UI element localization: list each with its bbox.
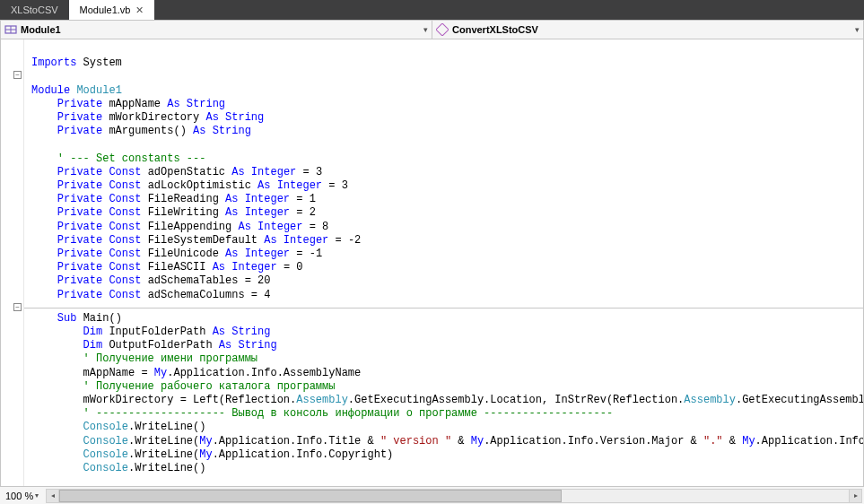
svg-rect-3: [436, 23, 449, 36]
tab-module1-vb[interactable]: Module1.vb✕: [69, 0, 155, 20]
code-token: .Application.Info.AssemblyName: [167, 367, 361, 379]
class-selector[interactable]: Module1 ▾: [1, 21, 432, 39]
code-token: Imports: [31, 56, 83, 69]
code-token: .Application.Info.Version.Major &: [484, 435, 703, 448]
code-token: Private: [57, 98, 109, 110]
code-token: As Integer: [238, 221, 309, 233]
code-token: .WriteLine(: [128, 448, 199, 461]
code-token: My: [471, 435, 484, 448]
code-token: Dim: [83, 326, 109, 338]
code-token: .GetExecutingAssembly.L: [736, 394, 863, 406]
code-token: ' --- Set constants ---: [57, 152, 206, 165]
code-token: As String: [213, 326, 271, 338]
code-token: .WriteLine(): [128, 462, 205, 474]
code-token: " version ": [380, 435, 451, 448]
chevron-down-icon: ▾: [423, 25, 428, 34]
code-token: Console: [83, 448, 128, 461]
code-token: .WriteLine(): [128, 421, 205, 433]
code-token: .WriteLine(: [128, 435, 199, 448]
code-token: adLockOptimistic: [148, 179, 257, 192]
code-token: As Integer: [225, 248, 296, 260]
code-token: Private Const: [57, 289, 148, 301]
code-token: As Integer: [213, 261, 284, 274]
code-token: Private Const: [57, 274, 148, 287]
code-token: Private Const: [57, 261, 148, 274]
code-token: adSchemaColumns = 4: [148, 289, 271, 301]
gutter: − −: [1, 39, 24, 486]
code-token: ' -------------------- Вывод в консоль и…: [83, 407, 614, 420]
code-area[interactable]: Imports System Module Module1 Private mA…: [24, 39, 863, 486]
tab-bar: XLStoCSV Module1.vb✕: [0, 0, 864, 20]
scroll-left-button[interactable]: ◂: [47, 490, 59, 502]
code-token: My: [742, 435, 755, 448]
code-token: .Application.Info.Ve: [755, 435, 863, 448]
code-token: Private Const: [57, 166, 148, 178]
code-token: ".": [703, 435, 723, 448]
code-token: Main(): [83, 312, 122, 325]
code-token: Private Const: [57, 248, 148, 260]
code-token: = 8: [310, 221, 329, 233]
code-token: FileSystemDefault: [148, 234, 265, 247]
code-token: As Integer: [264, 234, 335, 247]
code-token: OutputFolderPath: [109, 339, 218, 352]
code-token: System: [83, 56, 122, 69]
code-token: &: [451, 435, 471, 448]
code-token: mAppName: [109, 98, 167, 110]
code-token: As Integer: [231, 166, 302, 178]
status-bar: 100 %▾ ◂ ▸: [0, 486, 864, 504]
code-token: My: [199, 435, 212, 448]
code-token: = 0: [284, 261, 303, 274]
code-token: As String: [205, 111, 264, 124]
code-token: As Integer: [257, 179, 328, 192]
code-token: adOpenStatic: [148, 166, 232, 178]
editor: − − Imports System Module Module1 Privat…: [0, 39, 864, 486]
code-token: Assembly: [684, 394, 736, 406]
code-token: = 2: [296, 206, 316, 219]
code-token: Private Const: [57, 206, 148, 219]
code-token: FileWriting: [148, 206, 225, 219]
code-token: As String: [167, 98, 225, 110]
member-nav: Module1 ▾ ConvertXLStoCSV ▾: [0, 20, 864, 39]
code-token: Console: [83, 421, 128, 433]
chevron-down-icon: ▾: [35, 491, 39, 500]
code-token: mWorkDirectory = Left(Reflection.: [83, 394, 297, 406]
code-token: FileUnicode: [148, 248, 225, 260]
code-token: ' Получение имени программы: [83, 352, 257, 365]
code-token: = 3: [328, 179, 348, 192]
code-token: = -1: [296, 248, 322, 260]
code-token: FileReading: [148, 193, 225, 205]
member-selector[interactable]: ConvertXLStoCSV ▾: [432, 21, 863, 39]
code-token: Private: [57, 125, 109, 137]
code-token: Private Const: [57, 221, 148, 233]
scroll-right-button[interactable]: ▸: [849, 490, 861, 502]
code-token: As String: [193, 125, 251, 137]
code-token: Console: [83, 462, 128, 474]
code-token: Private Const: [57, 179, 148, 192]
code-token: Console: [83, 435, 128, 448]
close-icon[interactable]: ✕: [135, 4, 144, 16]
tab-label: XLStoCSV: [11, 4, 58, 15]
horizontal-scrollbar[interactable]: ◂ ▸: [46, 489, 862, 503]
module-icon: [4, 23, 17, 36]
code-token: ' Получение рабочего каталога программы: [83, 380, 336, 393]
chevron-down-icon: ▾: [855, 25, 860, 34]
code-token: .Application.Info.Copyright): [213, 448, 394, 461]
class-name: Module1: [21, 24, 61, 35]
fold-toggle[interactable]: −: [13, 303, 22, 311]
code-token: Private Const: [57, 234, 148, 247]
code-token: FileAppending: [148, 221, 239, 233]
code-token: Module: [31, 84, 76, 97]
code-token: &: [723, 435, 743, 448]
code-token: My: [154, 367, 167, 379]
tab-label: Module1.vb: [80, 4, 131, 15]
code-token: = -2: [335, 234, 361, 247]
code-token: As String: [219, 339, 277, 352]
code-token: As Integer: [225, 206, 296, 219]
code-token: = 1: [296, 193, 316, 205]
fold-toggle[interactable]: −: [13, 71, 22, 79]
scroll-thumb[interactable]: [59, 490, 562, 502]
code-token: Assembly: [296, 394, 348, 406]
code-token: Sub: [57, 312, 83, 325]
tab-xls-to-csv[interactable]: XLStoCSV: [0, 0, 69, 20]
zoom-level[interactable]: 100 %▾: [0, 491, 44, 501]
